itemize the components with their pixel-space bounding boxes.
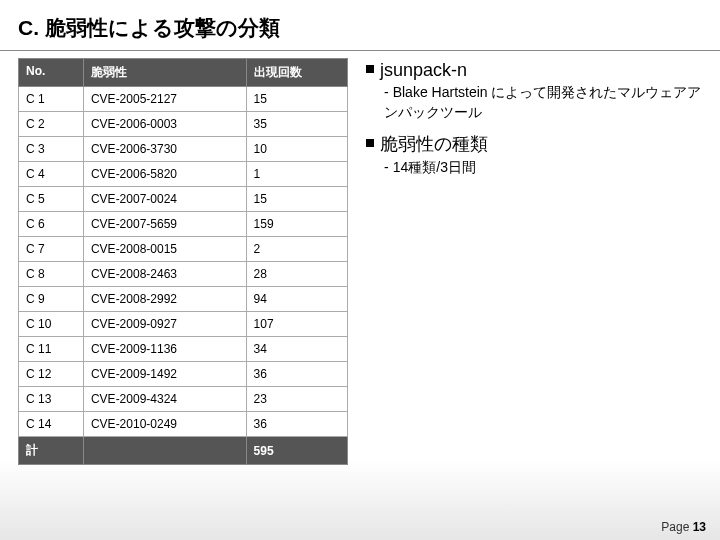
total-label: 計 <box>19 437 84 465</box>
cell-no: C 3 <box>19 137 84 162</box>
table-row: C 2CVE-2006-000335 <box>19 112 348 137</box>
total-value: 595 <box>246 437 347 465</box>
table-row: C 12CVE-2009-149236 <box>19 362 348 387</box>
page-number: Page 13 <box>661 520 706 534</box>
cell-count: 2 <box>246 237 347 262</box>
note-vuln-types: 脆弱性の種類 -14種類/3日間 <box>366 132 702 178</box>
cell-count: 36 <box>246 412 347 437</box>
bullet-square-icon <box>366 139 374 147</box>
cell-vuln: CVE-2005-2127 <box>83 87 246 112</box>
table-header-row: No. 脆弱性 出現回数 <box>19 59 348 87</box>
cell-count: 28 <box>246 262 347 287</box>
cell-vuln: CVE-2009-1492 <box>83 362 246 387</box>
table-row: C 7CVE-2008-00152 <box>19 237 348 262</box>
table-row: C 14CVE-2010-024936 <box>19 412 348 437</box>
cell-no: C 9 <box>19 287 84 312</box>
cell-count: 15 <box>246 87 347 112</box>
cell-no: C 10 <box>19 312 84 337</box>
table-row: C 3CVE-2006-373010 <box>19 137 348 162</box>
table-row: C 11CVE-2009-113634 <box>19 337 348 362</box>
dash-icon: - <box>384 159 389 175</box>
table-row: C 9CVE-2008-299294 <box>19 287 348 312</box>
cell-vuln: CVE-2009-4324 <box>83 387 246 412</box>
cell-vuln: CVE-2008-0015 <box>83 237 246 262</box>
slide: C. 脆弱性による攻撃の分類 No. 脆弱性 出現回数 C 1CVE-2005-… <box>0 0 720 540</box>
table-panel: No. 脆弱性 出現回数 C 1CVE-2005-212715C 2CVE-20… <box>18 58 348 465</box>
cell-vuln: CVE-2009-0927 <box>83 312 246 337</box>
cell-count: 107 <box>246 312 347 337</box>
cell-no: C 4 <box>19 162 84 187</box>
table-total-row: 計595 <box>19 437 348 465</box>
notes-panel: jsunpack-n -Blake Hartstein によって開発されたマルウ… <box>366 58 702 465</box>
table-row: C 8CVE-2008-246328 <box>19 262 348 287</box>
cell-count: 34 <box>246 337 347 362</box>
cell-count: 35 <box>246 112 347 137</box>
table-row: C 6CVE-2007-5659159 <box>19 212 348 237</box>
cell-no: C 14 <box>19 412 84 437</box>
cell-vuln: CVE-2009-1136 <box>83 337 246 362</box>
cell-no: C 13 <box>19 387 84 412</box>
note-vuln-types-sub: -14種類/3日間 <box>384 158 702 178</box>
col-no: No. <box>19 59 84 87</box>
content-row: No. 脆弱性 出現回数 C 1CVE-2005-212715C 2CVE-20… <box>18 58 702 465</box>
cell-count: 1 <box>246 162 347 187</box>
cell-vuln: CVE-2008-2992 <box>83 287 246 312</box>
cell-vuln: CVE-2006-5820 <box>83 162 246 187</box>
total-spacer <box>83 437 246 465</box>
col-vuln: 脆弱性 <box>83 59 246 87</box>
title-underline <box>0 50 720 51</box>
note-jsunpack-title: jsunpack-n <box>366 60 702 81</box>
cell-count: 10 <box>246 137 347 162</box>
note-vuln-types-title: 脆弱性の種類 <box>366 132 702 156</box>
cell-no: C 12 <box>19 362 84 387</box>
cell-vuln: CVE-2010-0249 <box>83 412 246 437</box>
cell-no: C 6 <box>19 212 84 237</box>
cell-count: 159 <box>246 212 347 237</box>
cell-vuln: CVE-2008-2463 <box>83 262 246 287</box>
table-row: C 5CVE-2007-002415 <box>19 187 348 212</box>
cell-count: 94 <box>246 287 347 312</box>
vulnerability-table: No. 脆弱性 出現回数 C 1CVE-2005-212715C 2CVE-20… <box>18 58 348 465</box>
cell-count: 36 <box>246 362 347 387</box>
cell-no: C 5 <box>19 187 84 212</box>
table-row: C 4CVE-2006-58201 <box>19 162 348 187</box>
cell-no: C 11 <box>19 337 84 362</box>
slide-title: C. 脆弱性による攻撃の分類 <box>18 14 702 46</box>
note-jsunpack-sub: -Blake Hartstein によって開発されたマルウェアアンパックツール <box>384 83 702 122</box>
cell-vuln: CVE-2007-0024 <box>83 187 246 212</box>
cell-vuln: CVE-2006-0003 <box>83 112 246 137</box>
cell-no: C 2 <box>19 112 84 137</box>
cell-no: C 8 <box>19 262 84 287</box>
cell-vuln: CVE-2006-3730 <box>83 137 246 162</box>
table-row: C 10CVE-2009-0927107 <box>19 312 348 337</box>
cell-vuln: CVE-2007-5659 <box>83 212 246 237</box>
bullet-square-icon <box>366 65 374 73</box>
cell-no: C 7 <box>19 237 84 262</box>
note-jsunpack: jsunpack-n -Blake Hartstein によって開発されたマルウ… <box>366 60 702 122</box>
col-count: 出現回数 <box>246 59 347 87</box>
table-row: C 1CVE-2005-212715 <box>19 87 348 112</box>
table-row: C 13CVE-2009-432423 <box>19 387 348 412</box>
dash-icon: - <box>384 84 389 100</box>
cell-no: C 1 <box>19 87 84 112</box>
cell-count: 23 <box>246 387 347 412</box>
cell-count: 15 <box>246 187 347 212</box>
